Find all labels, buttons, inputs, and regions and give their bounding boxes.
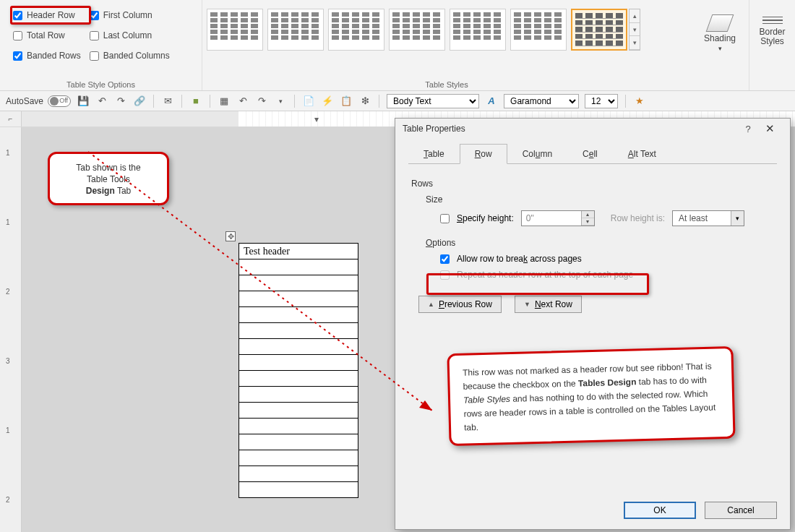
undo-icon[interactable]: ↶ [95, 95, 108, 108]
table-style-thumbnail[interactable] [389, 9, 445, 51]
repeat-header-checkbox [440, 270, 450, 280]
table-style-options-group: Header Row Total Row Banded Rows First C… [0, 0, 202, 90]
favorites-icon[interactable]: ★ [633, 95, 646, 108]
row-height-is-label: Row height is: [611, 213, 665, 223]
style-selector[interactable]: Body Text [387, 94, 479, 108]
dialog-help-button[interactable]: ? [739, 124, 757, 134]
table-move-handle[interactable]: ✥ [225, 231, 236, 241]
tab-column[interactable]: Column [507, 144, 567, 164]
previous-row-button[interactable]: ▲Previous Row [418, 296, 502, 313]
annotation-note-explanation: This row was not marked as a header row … [447, 346, 735, 447]
table-cell[interactable] [239, 419, 358, 434]
insert-icon[interactable]: 📄 [302, 95, 315, 108]
table-style-thumbnail[interactable] [267, 9, 324, 51]
table-style-thumbnail-selected[interactable] [571, 9, 627, 51]
envelope-icon[interactable]: ✉ [161, 95, 174, 108]
table-cell[interactable] [239, 371, 358, 387]
paste-icon[interactable]: 📋 [340, 95, 353, 108]
tab-table[interactable]: Table [408, 144, 460, 164]
table-style-thumbnail[interactable] [328, 9, 384, 51]
tab-row[interactable]: Row [460, 144, 507, 164]
shading-button[interactable]: Shading ▾ [691, 14, 749, 52]
font-selector[interactable]: Garamond [504, 94, 579, 108]
cancel-button[interactable]: Cancel [705, 502, 777, 519]
save-icon[interactable]: 💾 [77, 95, 90, 108]
table-cell[interactable] [239, 259, 358, 275]
table-style-thumbnail[interactable] [207, 9, 263, 51]
redo-icon[interactable]: ↷ [114, 95, 127, 108]
total-row-checkbox[interactable]: Total Row [13, 30, 81, 40]
options-label: Options [426, 238, 774, 248]
undo2-icon[interactable]: ↶ [236, 95, 249, 108]
document-table[interactable]: Test header [239, 243, 358, 498]
size-label: Size [426, 194, 774, 205]
font-size-selector[interactable]: 12 [585, 94, 618, 108]
header-row-checkbox[interactable]: Header Row [13, 10, 81, 20]
row-height-combo[interactable]: At least▾ [672, 210, 744, 226]
grid-icon[interactable]: ▦ [218, 95, 231, 108]
last-column-checkbox[interactable]: Last Column [90, 30, 170, 40]
tab-selector[interactable]: ⌐ [0, 111, 22, 126]
table-cell[interactable] [239, 434, 358, 450]
table-style-thumbnail[interactable] [510, 9, 567, 51]
group-label-style-options: Table Style Options [0, 80, 202, 89]
rows-section-label: Rows [411, 179, 774, 189]
quick-access-toolbar: AutoSave Off 💾 ↶ ↷ 🔗 ✉ ■ ▦ ↶ ↷ ▾ 📄 ⚡ 📋 ❇… [0, 91, 795, 111]
table-styles-group: ▴▾▾ Table Styles [202, 0, 691, 90]
table-cell[interactable] [239, 275, 358, 291]
repeat-header-label: Repeat as header row at the top of each … [457, 270, 633, 280]
allow-break-label: Allow row to break across pages [457, 254, 582, 264]
table-properties-dialog: Table Properties ? ✕ Table Row Column Ce… [395, 118, 791, 530]
dialog-title: Table Properties [403, 124, 465, 134]
border-styles-icon [762, 14, 783, 26]
table-cell[interactable] [239, 482, 358, 498]
table-cell[interactable] [239, 466, 358, 482]
quick-icon[interactable]: ⚡ [321, 95, 334, 108]
attach-icon[interactable]: 🔗 [133, 95, 146, 108]
table-cell[interactable] [239, 355, 358, 371]
table-cell[interactable] [239, 387, 358, 403]
tab-cell[interactable]: Cell [567, 144, 613, 164]
banded-columns-checkbox[interactable]: Banded Columns [90, 51, 170, 61]
table-cell[interactable] [239, 450, 358, 466]
options-icon[interactable]: ❇ [358, 95, 371, 108]
ok-button[interactable]: OK [624, 502, 696, 519]
allow-break-checkbox[interactable] [440, 254, 450, 264]
table-cell[interactable] [239, 323, 358, 339]
table-cell[interactable] [239, 291, 358, 307]
autosave-toggle[interactable]: AutoSave Off [6, 95, 71, 107]
height-spinner[interactable]: ▴▾ [521, 210, 595, 226]
green-square-icon[interactable]: ■ [189, 95, 202, 108]
group-label-table-styles: Table Styles [202, 80, 691, 89]
clear-format-icon[interactable]: A [485, 95, 498, 108]
specify-height-checkbox[interactable] [440, 214, 450, 223]
table-cell[interactable] [239, 403, 358, 419]
table-style-thumbnail[interactable] [450, 9, 506, 51]
table-header-cell[interactable]: Test header [239, 244, 358, 259]
chevron-down-icon[interactable]: ▾ [274, 95, 287, 108]
specify-height-label: Specify height: [457, 213, 514, 223]
vertical-ruler[interactable]: 1 1 2 3 1 2 [0, 127, 22, 532]
border-styles-button[interactable]: Border Styles [749, 14, 795, 46]
table-cell[interactable] [239, 339, 358, 355]
tab-alt-text[interactable]: Alt Text [613, 144, 671, 164]
annotation-note-tab: Tab shown is the Table Tools Design Tab [48, 152, 169, 205]
table-styles-expand[interactable]: ▴▾▾ [629, 9, 640, 51]
banded-rows-checkbox[interactable]: Banded Rows [13, 51, 81, 61]
table-cell[interactable] [239, 307, 358, 323]
first-column-checkbox[interactable]: First Column [90, 10, 170, 20]
shading-icon [706, 14, 734, 32]
dialog-close-button[interactable]: ✕ [757, 122, 783, 135]
next-row-button[interactable]: ▼Next Row [515, 296, 582, 313]
redo2-icon[interactable]: ↷ [255, 95, 268, 108]
